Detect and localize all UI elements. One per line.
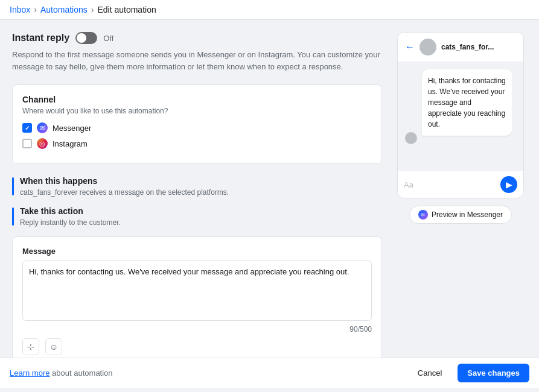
messenger-preview-icon: ✉ [418,210,428,220]
messenger-check-icon: ✓ [25,125,30,131]
take-action-content: Take this action Reply instantly to the … [20,206,382,227]
instagram-label: Instagram [53,139,88,148]
messenger-option[interactable]: ✓ ✉ Messenger [22,122,372,133]
phone-input-bar: Aa ▶ [398,171,523,198]
send-button[interactable]: ▶ [500,176,517,193]
preview-phone: ← cats_fans_for... Hi, thanks for contac… [397,32,524,198]
when-happens-row: When this happens cats_fans_forever rece… [12,171,382,201]
input-placeholder: Aa [404,180,413,189]
take-action-title: Take this action [20,206,382,216]
contact-name: cats_fans_for... [441,43,494,51]
message-section: Message 90/500 ⊹ ☺ [12,236,382,358]
instagram-icon: ◎ [37,138,48,149]
when-blue-bar [12,177,14,195]
learn-more-section: Learn more about automation [10,368,113,378]
instant-reply-description: Respond to the first message someone sen… [12,49,382,72]
breadcrumb-sep-1: › [34,5,37,14]
instant-reply-header: Instant reply Off [12,32,382,44]
toggle-switch[interactable] [75,32,97,44]
messenger-icon: ✉ [37,122,48,133]
phone-header: ← cats_fans_for... [398,33,523,62]
right-panel: ← cats_fans_for... Hi, thanks for contac… [394,32,527,346]
instagram-option[interactable]: ◎ Instagram [22,138,372,149]
emoji-button[interactable]: ☺ [45,338,62,355]
message-card: Message 90/500 ⊹ ☺ [12,236,382,358]
left-panel: Instant reply Off Respond to the first m… [12,32,382,346]
breadcrumb-inbox[interactable]: Inbox [10,5,30,14]
message-avatar [405,132,417,144]
learn-more-link[interactable]: Learn more [10,368,49,378]
preview-messenger-button[interactable]: ✉ Preview in Messenger [409,206,512,224]
message-label: Message [22,247,372,256]
messenger-label: Messenger [53,124,91,133]
instant-reply-title: Instant reply [12,33,69,43]
take-action-row: Take this action Reply instantly to the … [12,201,382,232]
instagram-checkbox[interactable] [22,139,32,148]
message-counter: 90/500 [22,325,372,334]
toggle-label: Off [103,34,113,43]
when-happens-content: When this happens cats_fans_forever rece… [20,176,382,197]
about-automation-text: about automation [52,368,112,378]
take-action-description: Reply instantly to the customer. [20,218,382,227]
message-textarea[interactable] [22,261,372,321]
message-bubble: Hi, thanks for contacting us. We've rece… [422,69,512,136]
bottom-actions: Cancel Save changes [408,364,529,382]
contact-avatar [419,39,436,55]
main-content: Instant reply Off Respond to the first m… [0,20,539,358]
when-happens-description: cats_fans_forever receives a message on … [20,188,382,197]
back-arrow-icon[interactable]: ← [405,42,415,52]
action-blue-bar [12,207,14,226]
bottom-bar: Learn more about automation Cancel Save … [0,358,539,388]
breadcrumb-current: Edit automation [97,5,156,14]
save-button[interactable]: Save changes [458,364,529,382]
message-tools: ⊹ ☺ [22,338,372,355]
messenger-checkbox[interactable]: ✓ [22,123,32,133]
phone-body: Hi, thanks for contacting us. We've rece… [398,62,523,171]
channel-title: Channel [22,95,372,104]
breadcrumb-sep-2: › [91,5,94,14]
cancel-button[interactable]: Cancel [408,364,451,382]
breadcrumb-automations[interactable]: Automations [40,5,88,14]
expand-button[interactable]: ⊹ [22,338,39,355]
channel-section: Channel Where would you like to use this… [12,84,382,164]
breadcrumb-bar: Inbox › Automations › Edit automation [0,0,539,20]
preview-messenger-label: Preview in Messenger [432,210,503,219]
channel-subtitle: Where would you like to use this automat… [22,107,372,115]
when-happens-title: When this happens [20,176,382,186]
